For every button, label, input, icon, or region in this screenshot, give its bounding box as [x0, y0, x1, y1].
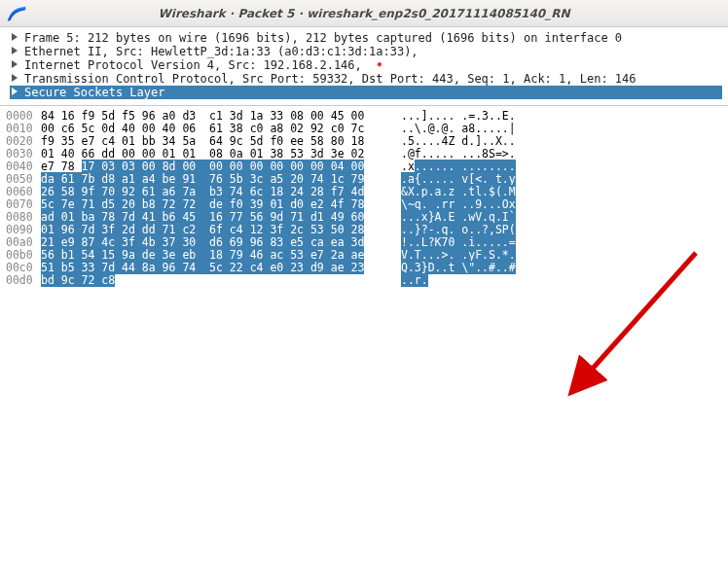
hex-ascii[interactable]: ..r. [401, 274, 547, 287]
hex-bytes-plain: f9 35 e7 c4 01 bb 34 5a 64 9c 5d f0 ee 5… [41, 134, 364, 148]
hex-bytes-selected: 5c 7e 71 d5 20 b8 72 72 de f0 39 01 d0 e… [41, 197, 364, 211]
hex-ascii-selected: V.T...>. .yF.S.*. [401, 248, 516, 262]
hex-ascii-selected: \~q. .rr ..9...Ox [401, 197, 516, 211]
tree-row-label: Frame 5: 212 bytes on wire (1696 bits), … [24, 31, 622, 45]
hex-bytes-selected: 56 b1 54 15 9a de 3e eb 18 79 46 ac 53 e… [41, 248, 364, 262]
hex-bytes[interactable]: bd 9c 72 c8 [41, 274, 391, 287]
packet-bytes-hex[interactable]: 000084 16 f9 5d f5 96 a0 d3 c1 3d 1a 33 … [0, 105, 728, 293]
hex-bytes-selected: bd 9c 72 c8 [41, 273, 115, 287]
hex-ascii-plain: ..\.@.@. a8.....| [401, 122, 516, 135]
packet-details-tree[interactable]: Frame 5: 212 bytes on wire (1696 bits), … [0, 27, 728, 105]
expand-arrow-icon[interactable] [11, 88, 20, 97]
tree-row[interactable]: Internet Protocol Version 4, Src: 192.16… [10, 58, 722, 72]
hex-bytes-selected: 26 58 9f 70 92 61 a6 7a b3 74 6c 18 24 2… [41, 185, 364, 198]
tree-row-label: Transmission Control Protocol, Src Port:… [24, 72, 637, 86]
window-titlebar[interactable]: Wireshark · Packet 5 · wireshark_enp2s0_… [0, 0, 728, 27]
hex-ascii-plain: .x [401, 160, 415, 173]
hex-ascii-selected: ...x}A.E .wV.q.I` [401, 210, 516, 224]
hex-bytes-plain: 00 c6 5c 0d 40 00 40 06 61 38 c0 a8 02 9… [41, 122, 364, 135]
tree-row[interactable]: Frame 5: 212 bytes on wire (1696 bits), … [10, 31, 722, 45]
hex-ascii-selected: Q.3}D..t \"..#..# [401, 261, 516, 274]
hex-ascii-plain: ...].... .=.3..E. [401, 109, 516, 123]
hex-bytes-selected: 51 b5 33 7d 44 8a 96 74 5c 22 c4 e0 23 d… [41, 261, 364, 274]
hex-ascii-plain: .@f..... ...8S=>. [401, 147, 516, 160]
hex-bytes-plain: 01 40 66 dd 00 00 01 01 08 0a 01 38 53 3… [41, 147, 364, 160]
tree-row-label: Ethernet II, Src: HewlettP_3d:1a:33 (a0:… [24, 45, 419, 58]
hex-ascii-selected: ..r. [401, 273, 428, 287]
hex-ascii-selected: ...... ........ [415, 160, 516, 173]
expand-arrow-icon[interactable] [11, 33, 20, 43]
hex-bytes-selected: 17 03 03 00 8d 00 00 00 00 00 00 00 04 0… [82, 160, 365, 173]
hex-ascii-selected: &X.p.a.z .tl.$(.M [401, 185, 516, 198]
tree-row[interactable]: Secure Sockets Layer [10, 86, 722, 99]
hex-bytes-selected: da 61 7b d8 a1 a4 be 91 76 5b 3c a5 20 7… [41, 172, 364, 186]
hex-bytes-selected: 21 e9 87 4c 3f 4b 37 30 d6 69 96 83 e5 c… [41, 235, 364, 249]
hex-row[interactable]: 00d0bd 9c 72 c8..r. [6, 274, 722, 287]
hex-ascii-plain: .5....4Z d.]..X.. [401, 134, 516, 148]
tree-row-label: Secure Sockets Layer [24, 86, 165, 99]
hex-bytes-selected: 01 96 7d 3f 2d dd 71 c2 6f c4 12 3f 2c 5… [41, 223, 364, 236]
hex-bytes-plain: 84 16 f9 5d f5 96 a0 d3 c1 3d 1a 33 08 0… [41, 109, 364, 123]
expand-arrow-icon[interactable] [11, 47, 20, 56]
tree-row[interactable]: Ethernet II, Src: HewlettP_3d:1a:33 (a0:… [10, 45, 722, 58]
expand-arrow-icon[interactable] [11, 60, 20, 70]
tree-row-label: Internet Protocol Version 4, Src: 192.16… [24, 58, 376, 72]
hex-offset: 00d0 [6, 274, 41, 287]
hex-ascii-selected: ..}?-.q. o..?,SP( [401, 223, 516, 236]
expand-arrow-icon[interactable] [11, 74, 20, 84]
tree-row[interactable]: Transmission Control Protocol, Src Port:… [10, 72, 722, 86]
window-title: Wireshark · Packet 5 · wireshark_enp2s0_… [0, 7, 728, 20]
hex-bytes-plain: e7 78 [41, 160, 82, 173]
marker-dot-icon: • [376, 58, 382, 72]
wireshark-fin-icon [6, 3, 27, 24]
hex-ascii-selected: .a{..... v[<. t.y [401, 172, 516, 186]
hex-ascii-selected: !..L?K70 .i.....= [401, 235, 516, 249]
hex-bytes-selected: ad 01 ba 78 7d 41 b6 45 16 77 56 9d 71 d… [41, 210, 364, 224]
